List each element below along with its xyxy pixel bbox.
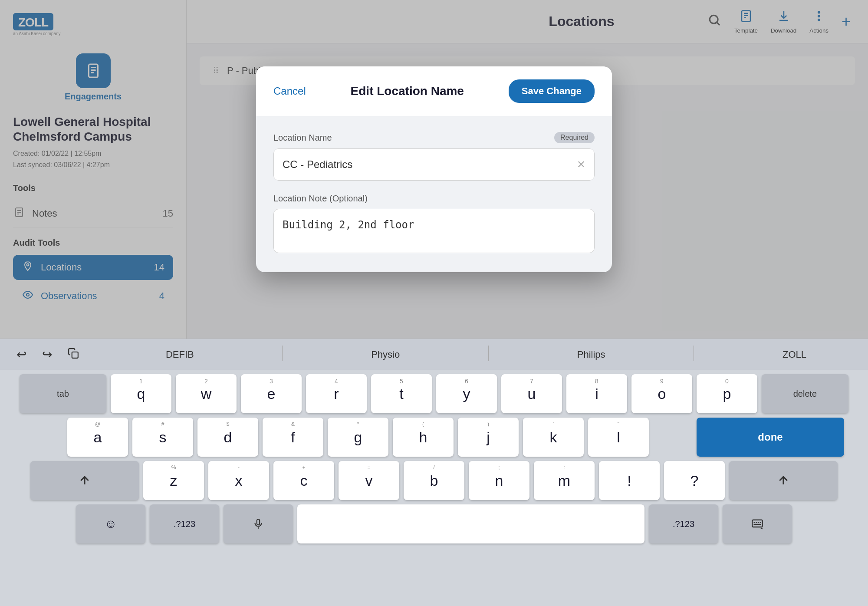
modal-body: Location Name Required ✕ Location Note (… xyxy=(256,116,612,272)
space-key[interactable] xyxy=(297,504,644,543)
location-name-label-row: Location Name Required xyxy=(273,132,595,143)
key-w[interactable]: 2w xyxy=(176,374,237,413)
key-row-1: tab 1q 2w 3e 4r 5t 6y 7u 8i 9o 0p delete xyxy=(9,374,859,413)
modal-title: Edit Location Name xyxy=(351,84,464,98)
key-row-3: %z -x +c =v /b ;n :m ! ? xyxy=(9,461,859,500)
mic-key[interactable] xyxy=(224,504,293,543)
word-suggestion-philips[interactable]: Philips xyxy=(569,346,614,364)
key-x[interactable]: -x xyxy=(208,461,269,500)
keyboard-area: ↩ ↪ DEFIB Physio Philips ZOLL tab 1q 2w xyxy=(0,339,868,606)
keyboard-word-suggestions: DEFIB Physio Philips ZOLL xyxy=(117,346,855,364)
redo-button[interactable]: ↪ xyxy=(39,344,56,365)
key-d[interactable]: $d xyxy=(197,418,258,457)
divider1 xyxy=(282,346,283,361)
keyboard-dismiss-key[interactable] xyxy=(723,504,792,543)
key-p[interactable]: 0p xyxy=(697,374,757,413)
save-change-button[interactable]: Save Change xyxy=(509,79,595,103)
undo-button[interactable]: ↩ xyxy=(13,344,30,365)
svg-rect-20 xyxy=(257,519,260,525)
key-e[interactable]: 3e xyxy=(241,374,302,413)
key-l[interactable]: "l xyxy=(588,418,649,457)
required-badge: Required xyxy=(554,132,595,143)
word-suggestion-defib[interactable]: DEFIB xyxy=(157,346,203,364)
location-name-input-wrapper: ✕ xyxy=(273,148,595,181)
key-y[interactable]: 6y xyxy=(436,374,497,413)
key-i[interactable]: 8i xyxy=(566,374,627,413)
delete-key[interactable]: delete xyxy=(762,374,848,413)
key-v[interactable]: =v xyxy=(339,461,399,500)
modal-overlay: Cancel Edit Location Name Save Change Lo… xyxy=(0,0,868,339)
key-a[interactable]: @a xyxy=(67,418,128,457)
key-u[interactable]: 7u xyxy=(501,374,562,413)
num-key-right[interactable]: .?123 xyxy=(649,504,718,543)
key-s[interactable]: #s xyxy=(132,418,193,457)
key-o[interactable]: 9o xyxy=(631,374,692,413)
left-shift-key[interactable] xyxy=(30,461,139,500)
word-suggestion-physio[interactable]: Physio xyxy=(362,346,408,364)
key-g[interactable]: *g xyxy=(328,418,388,457)
location-note-label: Location Note (Optional) xyxy=(273,194,595,204)
key-m[interactable]: :m xyxy=(534,461,595,500)
key-question[interactable]: ? xyxy=(664,461,725,500)
right-shift-key[interactable] xyxy=(729,461,838,500)
done-key[interactable]: done xyxy=(697,418,844,457)
key-q[interactable]: 1q xyxy=(111,374,171,413)
keyboard-toolbar: ↩ ↪ DEFIB Physio Philips ZOLL xyxy=(0,339,868,370)
key-exclaim[interactable]: ! xyxy=(599,461,660,500)
location-note-input[interactable]: Building 2, 2nd floor xyxy=(273,209,595,253)
key-f[interactable]: &f xyxy=(263,418,323,457)
key-b[interactable]: /b xyxy=(404,461,464,500)
key-c[interactable]: +c xyxy=(273,461,334,500)
edit-location-modal: Cancel Edit Location Name Save Change Lo… xyxy=(256,66,612,272)
key-row-2: @a #s $d &f *g (h )j 'k "l done xyxy=(9,418,859,457)
key-k[interactable]: 'k xyxy=(523,418,584,457)
app-container: ZOLL an Asahi Kasei company Engagements … xyxy=(0,0,868,339)
keyboard-rows: tab 1q 2w 3e 4r 5t 6y 7u 8i 9o 0p delete… xyxy=(0,370,868,606)
key-j[interactable]: )j xyxy=(458,418,519,457)
key-h[interactable]: (h xyxy=(393,418,454,457)
copy-button[interactable] xyxy=(64,344,82,365)
svg-rect-22 xyxy=(752,520,762,527)
cancel-button[interactable]: Cancel xyxy=(273,85,306,97)
location-name-input[interactable] xyxy=(283,149,577,180)
emoji-key[interactable]: ☺ xyxy=(76,504,145,543)
tab-key[interactable]: tab xyxy=(20,374,106,413)
location-name-field-label: Location Name xyxy=(273,133,332,143)
key-r[interactable]: 4r xyxy=(306,374,367,413)
clear-input-button[interactable]: ✕ xyxy=(577,158,585,171)
divider2 xyxy=(488,346,489,361)
modal-header: Cancel Edit Location Name Save Change xyxy=(256,66,612,116)
key-n[interactable]: ;n xyxy=(469,461,529,500)
key-row-4: ☺ .?123 .?123 xyxy=(9,504,859,543)
key-t[interactable]: 5t xyxy=(371,374,432,413)
divider3 xyxy=(694,346,694,361)
word-suggestion-zoll[interactable]: ZOLL xyxy=(774,346,815,364)
key-z[interactable]: %z xyxy=(143,461,204,500)
svg-rect-19 xyxy=(72,352,78,358)
num-key[interactable]: .?123 xyxy=(150,504,219,543)
